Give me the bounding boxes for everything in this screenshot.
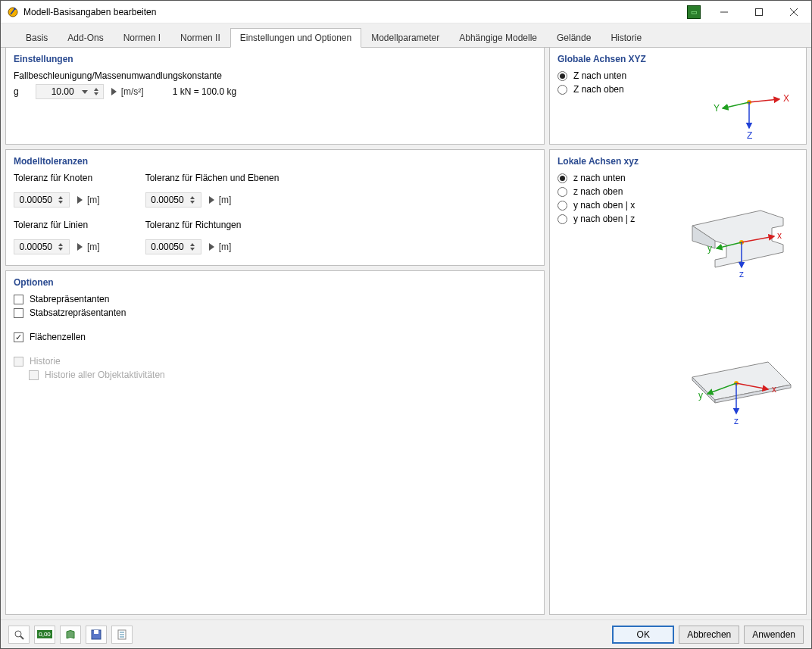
- plate-diagram: x y z: [677, 347, 798, 430]
- system-monitor-icon[interactable]: ▭: [687, 5, 701, 19]
- svg-text:x: x: [772, 384, 776, 395]
- radio-lz-unten[interactable]: z nach unten: [557, 173, 798, 183]
- checkbox-icon: [14, 295, 23, 304]
- cancel-button[interactable]: Abbrechen: [679, 626, 739, 644]
- dialog-window: Modell-Basisangaben bearbeiten ▭ Basis A…: [0, 0, 812, 649]
- refresh-button[interactable]: [60, 626, 81, 644]
- group-title-einstellungen: Einstellungen: [14, 54, 536, 64]
- svg-line-27: [20, 636, 23, 639]
- save-icon: [91, 629, 102, 640]
- window-title: Modell-Basisangaben bearbeiten: [23, 7, 687, 17]
- gravity-label: Fallbeschleunigung/Massenumwandlungskons…: [14, 70, 536, 81]
- checkbox-stabsatzrepraesentanten[interactable]: Stabsatzrepräsentanten: [14, 307, 536, 318]
- spinner[interactable]: [190, 243, 198, 251]
- svg-line-8: [723, 102, 749, 108]
- tab-gelaende[interactable]: Gelände: [547, 28, 601, 48]
- group-title-globale-achsen: Globale Achsen XYZ: [557, 54, 798, 64]
- units-button[interactable]: 0,00: [34, 626, 55, 644]
- apply-arrow-icon[interactable]: [77, 196, 83, 204]
- svg-rect-2: [756, 8, 763, 15]
- gravity-unit: [m/s²]: [121, 86, 144, 97]
- tab-historie[interactable]: Historie: [601, 28, 651, 48]
- svg-text:z: z: [739, 269, 744, 279]
- radio-icon: [557, 173, 567, 183]
- checkbox-icon: [14, 308, 23, 318]
- svg-line-6: [749, 99, 779, 102]
- clipboard-button[interactable]: [111, 626, 133, 644]
- gravity-input[interactable]: 10.00: [36, 84, 104, 99]
- spinner[interactable]: [190, 196, 198, 204]
- input-toleranz-richtungen[interactable]: 0.00050: [145, 239, 201, 254]
- svg-text:X: X: [783, 93, 789, 104]
- radio-icon: [557, 71, 567, 81]
- minimize-button[interactable]: [707, 1, 742, 23]
- tab-normen2[interactable]: Normen II: [170, 28, 230, 48]
- checkbox-historie-alle: Historie aller Objektaktivitäten: [29, 370, 536, 380]
- help-button[interactable]: [8, 626, 30, 644]
- radio-label: y nach oben | z: [573, 214, 635, 224]
- tab-basis[interactable]: Basis: [16, 28, 58, 48]
- label-toleranz-linien: Toleranz für Linien: [14, 220, 100, 230]
- group-title-lokale-achsen: Lokale Achsen xyz: [557, 156, 798, 167]
- unit-m: [m]: [219, 242, 232, 252]
- svg-point-26: [15, 631, 21, 637]
- radio-icon: [557, 187, 567, 197]
- svg-text:z: z: [734, 416, 739, 426]
- checkbox-label: Historie aller Objektaktivitäten: [45, 370, 165, 380]
- magnifier-icon: [14, 629, 24, 640]
- input-toleranz-knoten[interactable]: 0.00050: [14, 192, 70, 207]
- app-icon: [7, 6, 19, 18]
- titlebar: Modell-Basisangaben bearbeiten ▭: [1, 1, 811, 23]
- gravity-spinner[interactable]: [94, 88, 100, 95]
- tab-einstellungen-optionen[interactable]: Einstellungen und Optionen: [230, 28, 361, 48]
- radio-label: Z nach oben: [573, 84, 624, 95]
- svg-text:y: y: [707, 243, 712, 254]
- ok-button[interactable]: OK: [612, 626, 674, 644]
- checkbox-label: Flächenzellen: [30, 332, 86, 342]
- apply-button[interactable]: Anwenden: [744, 626, 804, 644]
- spinner[interactable]: [58, 196, 66, 204]
- units-icon: 0,00: [37, 630, 52, 638]
- apply-arrow-icon[interactable]: [209, 243, 214, 251]
- group-title-modelltoleranzen: Modelltoleranzen: [14, 156, 536, 167]
- save-button[interactable]: [86, 626, 107, 644]
- dropdown-icon[interactable]: [82, 90, 88, 94]
- group-modelltoleranzen: Modelltoleranzen Toleranz für Knoten 0.0…: [5, 149, 545, 266]
- checkbox-label: Stabrepräsentanten: [30, 294, 109, 304]
- checkbox-icon: [29, 370, 39, 380]
- close-button[interactable]: [776, 1, 811, 23]
- tab-normen1[interactable]: Normen I: [114, 28, 170, 48]
- label-toleranz-knoten: Toleranz für Knoten: [14, 173, 100, 183]
- apply-arrow-icon[interactable]: [77, 243, 83, 251]
- radio-icon: [557, 85, 567, 95]
- list-icon: [117, 629, 127, 640]
- radio-z-unten[interactable]: Z nach unten: [557, 70, 798, 81]
- group-lokale-achsen: Lokale Achsen xyz z nach unten z nach ob…: [549, 149, 807, 615]
- apply-arrow-icon[interactable]: [209, 196, 214, 204]
- label-toleranz-richtungen: Toleranz für Richtungen: [145, 220, 280, 230]
- spinner[interactable]: [58, 243, 66, 251]
- dialog-footer: 0,00 OK Abbrechen Anwenden: [1, 619, 811, 648]
- input-toleranz-flaechen[interactable]: 0.00050: [145, 192, 201, 207]
- apply-arrow-icon[interactable]: [111, 88, 117, 95]
- checkbox-icon: [14, 357, 23, 367]
- tab-abhaengige-modelle[interactable]: Abhängige Modelle: [449, 28, 547, 48]
- tab-modellparameter[interactable]: Modellparameter: [361, 28, 449, 48]
- tab-addons[interactable]: Add-Ons: [58, 28, 113, 48]
- svg-text:y: y: [698, 390, 703, 401]
- radio-lz-oben[interactable]: z nach oben: [557, 186, 798, 197]
- checkbox-stabrepraesentanten[interactable]: Stabrepräsentanten: [14, 294, 536, 304]
- maximize-button[interactable]: [742, 1, 776, 23]
- svg-text:x: x: [777, 230, 782, 241]
- global-axes-diagram: X Y Z: [707, 89, 791, 142]
- group-einstellungen: Einstellungen Fallbeschleunigung/Massenu…: [5, 48, 545, 145]
- checkbox-historie: Historie: [14, 356, 536, 367]
- svg-text:Y: Y: [714, 103, 720, 114]
- group-globale-achsen: Globale Achsen XYZ Z nach unten Z nach o…: [549, 48, 807, 145]
- book-icon: [65, 629, 76, 640]
- checkbox-flaechenzellen[interactable]: ✓ Flächenzellen: [14, 332, 536, 342]
- input-toleranz-linien[interactable]: 0.00050: [14, 239, 70, 254]
- group-title-optionen: Optionen: [14, 277, 536, 288]
- radio-icon: [557, 201, 567, 211]
- radio-label: z nach oben: [573, 186, 623, 197]
